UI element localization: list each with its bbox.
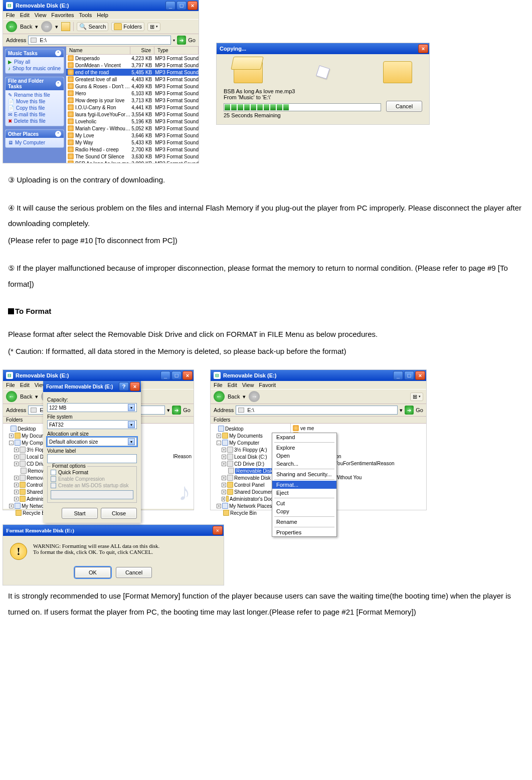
back-icon[interactable]: ← xyxy=(6,391,17,402)
menu-file[interactable]: File xyxy=(6,382,15,388)
go-button[interactable]: ➔ xyxy=(405,406,414,415)
ctx-search[interactable]: Search... xyxy=(272,460,336,468)
cancel-button[interactable]: Cancel xyxy=(116,567,152,578)
ctx-explore[interactable]: Explore xyxy=(272,444,336,452)
views-button[interactable]: ⊞ ▾ xyxy=(410,393,423,401)
minimize-button[interactable]: _ xyxy=(393,371,403,380)
file-row[interactable]: laura fygi-ILoveYouForSentim...3,554 KBM… xyxy=(66,111,199,118)
menu-favorites[interactable]: Favorit xyxy=(259,382,276,388)
file-row[interactable]: The Sound Of Silence3,630 KBMP3 Format S… xyxy=(66,153,199,160)
minimize-button[interactable]: _ xyxy=(165,1,175,10)
go-label[interactable]: Go xyxy=(188,37,196,43)
menu-edit[interactable]: Edit xyxy=(228,382,237,388)
task-delete[interactable]: ✖Delete this file xyxy=(8,118,61,124)
address-input[interactable]: E:\ xyxy=(28,36,171,45)
menu-view[interactable]: View xyxy=(35,12,47,18)
ctx-properties[interactable]: Properties xyxy=(272,528,336,536)
task-email[interactable]: ✉E-mail this file xyxy=(8,111,61,118)
close-button[interactable]: × xyxy=(188,1,198,10)
file-row[interactable]: Guns & Roses - Don't Cry4,409 KBMP3 Form… xyxy=(66,83,199,90)
task-move[interactable]: 📄Move this file xyxy=(8,98,61,105)
file-row[interactable]: Greatest love of all4,483 KBMP3 Format S… xyxy=(66,76,199,83)
tree-node[interactable]: Desktop xyxy=(212,425,289,432)
help-button[interactable]: ? xyxy=(119,382,129,391)
file-row[interactable]: ve me xyxy=(293,425,424,432)
cancel-button[interactable]: Cancel xyxy=(386,101,422,112)
titlebar[interactable]: Copying... × xyxy=(217,43,429,54)
file-row[interactable]: My Love3,646 KBMP3 Format Sound xyxy=(66,132,199,139)
start-button[interactable]: Start xyxy=(62,508,98,519)
titlebar[interactable]: ⊟ Removable Disk (E:) _ □ × xyxy=(211,370,426,381)
forward-icon[interactable]: → xyxy=(41,21,52,32)
back-icon[interactable]: ← xyxy=(6,21,17,32)
collapse-icon[interactable]: ˄ xyxy=(55,50,61,56)
task-rename[interactable]: ✎Rename this file xyxy=(8,92,61,98)
task-copy[interactable]: 📄Copy this file xyxy=(8,105,61,111)
menu-favorites[interactable]: Favorites xyxy=(51,12,74,18)
titlebar[interactable]: Format Removable Disk (E:) ? × xyxy=(43,381,141,392)
menu-file[interactable]: File xyxy=(214,382,223,388)
file-row[interactable]: Desperado4,223 KBMP3 Format Sound xyxy=(66,55,199,62)
task-link[interactable]: ♪Shop for music online xyxy=(8,65,61,72)
maximize-button[interactable]: □ xyxy=(176,1,187,10)
fwd-dropdown-icon[interactable]: ▾ xyxy=(55,24,58,30)
file-row[interactable]: BSB As long As love me3,890 KBMP3 Format… xyxy=(66,160,199,163)
ctx-expand[interactable]: Expand xyxy=(272,433,336,441)
back-dropdown-icon[interactable]: ▾ xyxy=(35,24,38,30)
file-row[interactable]: Radio Head - creep2,700 KBMP3 Format Sou… xyxy=(66,146,199,153)
task-link[interactable]: 🖥My Computer xyxy=(8,139,61,146)
go-button[interactable]: ➔ xyxy=(172,406,181,415)
address-dropdown-icon[interactable]: ▾ xyxy=(173,38,175,43)
menu-edit[interactable]: Edit xyxy=(20,382,30,388)
file-row[interactable]: end of the road5,485 KBMP3 Format Sound xyxy=(66,69,199,76)
file-row[interactable]: DonMdean - Vincent3,797 KBMP3 Format Sou… xyxy=(66,62,199,69)
search-button[interactable]: 🔍Search xyxy=(77,22,108,31)
context-menu[interactable]: Expand Explore Open Search... Sharing an… xyxy=(272,433,337,537)
ctx-eject[interactable]: Eject xyxy=(272,489,336,497)
menu-file[interactable]: File xyxy=(6,12,15,18)
close-button[interactable]: × xyxy=(418,44,428,53)
ctx-open[interactable]: Open xyxy=(272,452,336,460)
views-button[interactable]: ⊞ ▾ xyxy=(147,23,160,31)
menubar[interactable]: File Edit View Favorites Tools Help xyxy=(3,11,199,19)
menu-help[interactable]: Help xyxy=(97,12,108,18)
titlebar[interactable]: ⊟ Removable Disk (E:) _ □ × xyxy=(3,370,194,381)
menu-tools[interactable]: Tools xyxy=(79,12,92,18)
close-button[interactable]: × xyxy=(183,371,193,380)
close-button[interactable]: × xyxy=(415,371,425,380)
file-row[interactable]: Loveholic5,196 KBMP3 Format Sound xyxy=(66,118,199,125)
back-icon[interactable]: ← xyxy=(214,391,225,402)
task-link[interactable]: ▶Play all xyxy=(8,59,61,65)
collapse-icon[interactable]: ˄ xyxy=(56,81,61,87)
menu-edit[interactable]: Edit xyxy=(20,12,30,18)
go-button[interactable]: ➔ xyxy=(177,36,186,45)
file-row[interactable]: I.O.U-Carry & Ron4,441 KBMP3 Format Soun… xyxy=(66,104,199,111)
file-row[interactable]: My Way5,433 KBMP3 Format Sound xyxy=(66,139,199,146)
quick-format-checkbox[interactable]: Quick Format xyxy=(51,470,133,475)
address-input[interactable]: E:\ xyxy=(236,406,398,415)
back-label[interactable]: Back xyxy=(20,24,32,30)
maximize-button[interactable]: □ xyxy=(171,371,182,380)
ctx-format[interactable]: Format... xyxy=(272,481,336,489)
col-size[interactable]: Size xyxy=(130,47,154,54)
close-button[interactable]: × xyxy=(213,526,223,535)
up-icon[interactable] xyxy=(61,22,70,31)
titlebar[interactable]: Format Removable Disk (E:) × xyxy=(3,525,224,536)
titlebar[interactable]: ⊟ Removable Disk (E:) _ □ × xyxy=(3,0,199,11)
capacity-select[interactable]: 122 MB▾ xyxy=(47,403,137,412)
menu-view[interactable]: View xyxy=(242,382,254,388)
file-row[interactable]: Mariah Carey - Without You5,052 KBMP3 Fo… xyxy=(66,125,199,132)
minimize-button[interactable]: _ xyxy=(160,371,170,380)
file-row[interactable]: How deep is your love3,713 KBMP3 Format … xyxy=(66,97,199,104)
ctx-copy[interactable]: Copy xyxy=(272,507,336,515)
volume-label-input[interactable] xyxy=(47,454,137,463)
ok-button[interactable]: OK xyxy=(75,567,111,578)
collapse-icon[interactable]: ˄ xyxy=(55,131,61,137)
close-button[interactable]: × xyxy=(130,382,140,391)
filesystem-select[interactable]: FAT32▾ xyxy=(47,420,137,429)
col-name[interactable]: Name xyxy=(66,47,130,54)
allocation-select[interactable]: Default allocation size▾ xyxy=(47,437,137,446)
col-type[interactable]: Type xyxy=(154,47,199,54)
ctx-sharing[interactable]: Sharing and Security... xyxy=(272,470,336,478)
folders-button[interactable]: Folders xyxy=(111,22,144,31)
